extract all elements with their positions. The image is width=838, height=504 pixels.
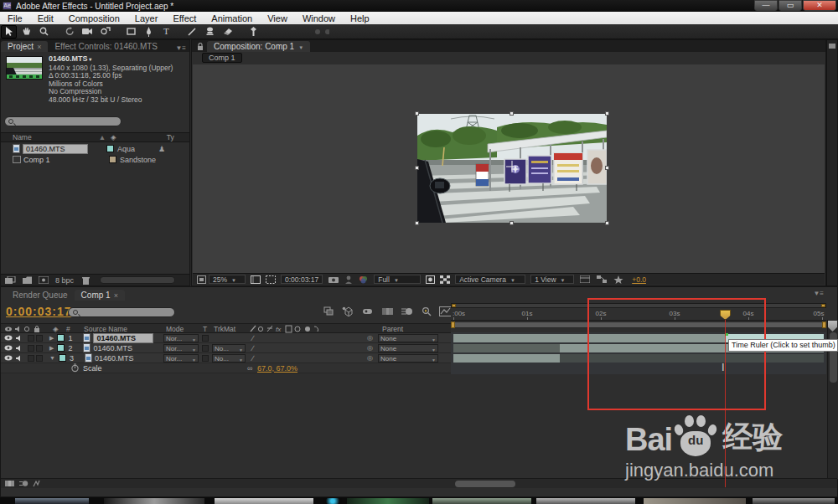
quality-switch[interactable]: ∕ xyxy=(252,354,254,363)
menu-view[interactable]: View xyxy=(260,13,295,23)
audio-icon[interactable] xyxy=(15,345,23,352)
layer-2-bar-head[interactable] xyxy=(453,344,560,352)
parent-dropdown[interactable]: None xyxy=(378,344,438,352)
handle-top-center[interactable] xyxy=(510,111,514,116)
rectangle-tool[interactable] xyxy=(123,25,139,39)
video-frame[interactable] xyxy=(417,114,607,223)
blend-mode-dropdown[interactable]: Nor... xyxy=(163,354,199,363)
shy-layers-icon[interactable] xyxy=(361,306,374,316)
motion-blur-icon[interactable] xyxy=(401,306,413,316)
menu-file[interactable]: File xyxy=(0,13,30,23)
comp-viewer[interactable] xyxy=(193,64,825,274)
preserve-transparency-toggle[interactable] xyxy=(202,335,209,342)
trash-icon[interactable] xyxy=(82,276,90,285)
graph-editor-icon[interactable] xyxy=(439,306,452,316)
solo-toggle[interactable] xyxy=(28,345,34,352)
work-area-end[interactable] xyxy=(822,321,826,328)
navigator-end-handle[interactable] xyxy=(821,304,825,307)
maximize-button[interactable]: ▭ xyxy=(779,0,802,11)
quality-switch[interactable]: ∕ xyxy=(252,334,254,342)
pan-behind-tool[interactable] xyxy=(97,25,113,39)
project-hscrollbar[interactable] xyxy=(100,276,175,284)
twirl-closed-icon[interactable]: ▶ xyxy=(49,335,54,342)
hand-tool[interactable] xyxy=(18,25,34,39)
lock-toggle[interactable] xyxy=(36,345,43,352)
tab-project[interactable]: Project xyxy=(1,41,48,52)
comp-flowchart-icon[interactable] xyxy=(597,275,607,283)
parent-dropdown[interactable]: None xyxy=(378,354,438,363)
layer-label-swatch[interactable] xyxy=(57,334,65,342)
right-dock-strip[interactable] xyxy=(826,39,838,286)
show-snapshot-icon[interactable] xyxy=(345,275,352,284)
menu-edit[interactable]: Edit xyxy=(30,13,61,23)
project-item-footage[interactable]: 01460.MTS Aqua ♟ xyxy=(1,143,189,154)
current-time-button[interactable]: 0:00:03:17 xyxy=(281,275,323,284)
bit-depth-button[interactable]: 8 bpc xyxy=(55,276,74,285)
pickwhip-icon[interactable]: ◎ xyxy=(367,344,373,352)
layer-label-swatch[interactable] xyxy=(59,354,66,362)
handle-bottom-center[interactable] xyxy=(510,221,514,225)
menu-composition[interactable]: Composition xyxy=(61,13,127,23)
motion-blur-toggle-icon[interactable] xyxy=(19,480,28,487)
layer-label-swatch[interactable] xyxy=(57,344,65,352)
mode-column[interactable]: Mode xyxy=(166,325,184,333)
layer-row-2[interactable]: ▶ 2 01460.MTS Nor... No... ∕ ◎ None xyxy=(1,343,451,353)
t-column[interactable]: T xyxy=(203,325,207,333)
preserve-transparency-toggle[interactable] xyxy=(202,345,209,352)
show-channels-icon[interactable] xyxy=(359,275,368,284)
label-swatch-aqua[interactable] xyxy=(106,145,114,152)
handle-mid-right[interactable] xyxy=(605,166,609,170)
menu-layer[interactable]: Layer xyxy=(127,13,166,23)
solo-toggle[interactable] xyxy=(28,335,34,342)
tab-composition[interactable]: Composition: Comp 1 xyxy=(207,41,310,52)
property-name[interactable]: Scale xyxy=(83,364,102,373)
navigator-start-handle[interactable] xyxy=(452,304,456,307)
lock-toggle[interactable] xyxy=(36,355,43,362)
scale-value[interactable]: 67.0, 67.0% xyxy=(257,364,297,373)
trkmat-dropdown[interactable]: No... xyxy=(212,354,246,363)
minimize-button[interactable]: — xyxy=(754,0,778,11)
rotation-tool[interactable] xyxy=(62,25,78,39)
parent-dropdown[interactable]: None xyxy=(378,334,438,342)
solo-toggle[interactable] xyxy=(28,355,34,362)
menu-effect[interactable]: Effect xyxy=(165,13,204,23)
column-name[interactable]: Name xyxy=(13,133,32,141)
clone-stamp-tool[interactable] xyxy=(202,25,218,39)
stopwatch-icon[interactable] xyxy=(71,363,79,373)
close-button[interactable]: ✕ xyxy=(803,0,836,11)
handle-top-right[interactable] xyxy=(605,111,609,116)
selection-tool[interactable] xyxy=(1,25,17,39)
link-dimensions-icon[interactable]: ∞ xyxy=(247,364,252,373)
frame-blend-toggle-icon[interactable] xyxy=(5,480,15,487)
work-area-start[interactable] xyxy=(451,321,455,328)
audio-icon[interactable] xyxy=(15,355,23,362)
menu-window[interactable]: Window xyxy=(295,13,343,23)
label-column-icon[interactable]: ◈ xyxy=(53,325,59,333)
timeline-search-input[interactable] xyxy=(68,307,175,317)
eye-icon[interactable] xyxy=(4,345,13,351)
transparency-grid-icon[interactable] xyxy=(440,275,450,284)
exposure-value[interactable]: +0.0 xyxy=(632,275,646,284)
timeline-hscrollbar[interactable] xyxy=(455,481,515,487)
handle-top-left[interactable] xyxy=(415,111,419,116)
snapshot-icon[interactable] xyxy=(328,275,339,283)
tab-comp-1[interactable]: Comp 1 xyxy=(75,290,125,301)
pickwhip-icon[interactable]: ◎ xyxy=(367,334,373,342)
menu-animation[interactable]: Animation xyxy=(204,13,260,23)
handle-mid-left[interactable] xyxy=(415,166,419,170)
panel-menu-icon[interactable]: ▼≡ xyxy=(175,44,186,52)
always-preview-icon[interactable] xyxy=(197,275,206,284)
number-column[interactable]: # xyxy=(66,325,70,333)
quality-switch[interactable]: ∕ xyxy=(252,344,254,352)
pickwhip-icon[interactable]: ◎ xyxy=(367,354,373,362)
comp-mini-flowchart-icon[interactable] xyxy=(323,306,334,316)
zoom-tool[interactable] xyxy=(36,25,52,39)
magnification-dropdown[interactable]: 25% xyxy=(209,275,246,284)
label-swatch-sandstone[interactable] xyxy=(109,156,116,163)
frame-blending-icon[interactable] xyxy=(381,306,394,316)
graph-editor-toggle-icon[interactable] xyxy=(33,480,40,487)
layer-row-1[interactable]: ▶ 1 01460.MTS Nor... ∕ ◎ None xyxy=(1,333,451,343)
fast-previews-icon[interactable] xyxy=(426,275,435,284)
text-tool[interactable]: T xyxy=(158,25,174,39)
property-row-scale[interactable]: Scale ∞ 67.0, 67.0% xyxy=(1,363,451,373)
